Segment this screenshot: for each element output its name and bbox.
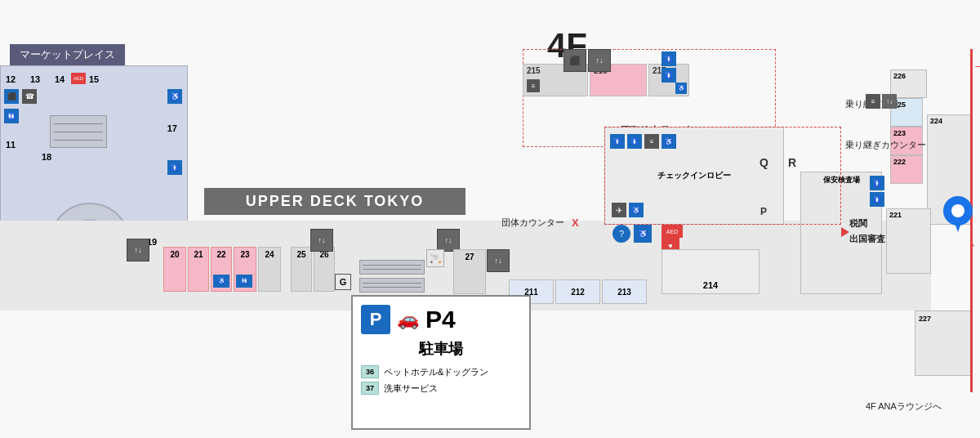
- group-counter-label: 団体カウンター: [501, 217, 564, 229]
- icon-row-marketplace: ⬛ ☎: [4, 89, 37, 104]
- parking-p-icon: P: [361, 305, 390, 334]
- wc-icon-marketplace: 🚻: [4, 109, 19, 123]
- parking-item-36-badge: 36: [361, 365, 379, 378]
- conveyor-1: [359, 260, 425, 275]
- room-215-label: 215: [527, 66, 541, 75]
- elev-27: ↑↓: [437, 229, 460, 252]
- room-221-label: 221: [889, 211, 902, 219]
- gate-15: 15: [89, 74, 99, 84]
- counter-22: 22 ♿: [211, 247, 232, 292]
- marketplace-label: マーケットプレイス: [10, 44, 125, 65]
- escalator-marketplace: [50, 115, 107, 148]
- gate-17: 17: [167, 123, 177, 133]
- room-223-label: 223: [893, 129, 906, 137]
- amenity-row-center: ? ♿: [612, 225, 652, 243]
- checkin-icon: ✈: [612, 203, 626, 217]
- elev-27b: ↑↓: [487, 249, 510, 272]
- arrow-right-1: →: [972, 56, 980, 77]
- gate-14: 14: [55, 74, 65, 84]
- room-226-label: 226: [893, 72, 906, 80]
- room-227-label: 227: [919, 315, 931, 323]
- counter-23: 23 🚻: [234, 247, 256, 292]
- r-marker: R: [788, 156, 796, 169]
- counter-row: 20 21 22 ♿ 23 🚻 24 25 26: [163, 247, 335, 292]
- parking-p4-label: P4: [425, 306, 456, 333]
- svg-point-2: [951, 204, 964, 217]
- parking-item-37-label: 洗車サービス: [384, 382, 438, 395]
- wc-group-right: 🚹 🚺: [870, 176, 884, 207]
- wc-group-upper: 🚹 🚺: [662, 51, 676, 83]
- gate-213: 213: [602, 279, 647, 304]
- gate-212: 212: [555, 279, 600, 304]
- parking-item-36: 36 ペットホテル&ドッグラン: [361, 365, 521, 378]
- escalator-right-1: ≡: [866, 94, 880, 109]
- room-221: 221: [886, 208, 931, 274]
- arrow-immigration: [841, 227, 849, 237]
- smoking-icon: 🚬: [426, 249, 444, 267]
- counter-20: 20: [163, 247, 186, 292]
- g-marker: G: [335, 274, 351, 290]
- icons-right-top: ≡ ↑↓: [866, 94, 897, 109]
- upper-deck-label: UPPER DECK TOKYO: [204, 188, 466, 215]
- wc-checkin-female: 🚺: [627, 134, 642, 149]
- wheelchair-icon-marketplace: ♿: [167, 89, 182, 104]
- counter-21: 21: [188, 247, 209, 292]
- aed-center: AED: [662, 225, 683, 238]
- room-227: 227: [915, 311, 972, 376]
- counter-25: 25: [291, 247, 312, 292]
- info-icon: ?: [612, 225, 630, 243]
- gate-12: 12: [6, 74, 16, 84]
- checkin-icons-bottom: ✈ ♿: [612, 203, 644, 217]
- wheelchair-center: ♿: [634, 225, 652, 243]
- wheelchair-checkin: ♿: [662, 134, 676, 149]
- wc-checkin-male: 🚹: [610, 134, 625, 149]
- wc-group-checkin: 🚹 🚺 ≡ ♿: [610, 134, 676, 149]
- ana-lounge-label: 4F ANAラウンジへ: [866, 400, 942, 413]
- parking-header: P 🚗 P4: [361, 305, 521, 334]
- immigration-label: 出国審査: [849, 233, 885, 245]
- q-marker: Q: [760, 156, 768, 169]
- wc-right-2: 🚺: [870, 192, 884, 207]
- wheelchair-checkin2: ♿: [629, 203, 644, 217]
- location-pin: [943, 196, 973, 235]
- escalator-icon-215: ≡: [527, 79, 540, 92]
- parking-section: P 🚗 P4 駐車場 36 ペットホテル&ドッグラン 37 洗車サービス: [351, 295, 531, 430]
- room-224-label: 224: [930, 117, 942, 125]
- counter-24: 24: [258, 247, 281, 292]
- parking-item-37: 37 洗車サービス: [361, 382, 521, 395]
- wheelchair-22: ♿: [213, 275, 229, 288]
- x-marker: X: [572, 217, 579, 229]
- map-container: 4F 215 ≡ 216 217 ♿ ⬛ ↑↓ 🚹 🚺 12 13 14 15 …: [0, 0, 980, 438]
- wc-icon-upper-male: 🚹: [662, 51, 676, 66]
- svg-marker-1: [954, 221, 962, 232]
- parking-item-36-label: ペットホテル&ドッグラン: [384, 366, 488, 378]
- p-marker: P: [760, 206, 767, 217]
- parking-subtitle: 駐車場: [361, 339, 521, 359]
- elevator-icon-upper2: ↑↓: [588, 49, 611, 72]
- counter-26: 26: [314, 247, 335, 292]
- parking-item-37-badge: 37: [361, 382, 379, 395]
- elev-right-1: ↑↓: [882, 94, 897, 109]
- wc-right-1: 🚹: [870, 176, 884, 190]
- room-222: 222: [890, 155, 923, 184]
- elev-center: ↑↓: [310, 229, 333, 252]
- icon-blue-1: ⬛: [4, 89, 19, 104]
- icon-phone: ☎: [22, 89, 37, 104]
- wc-23: 🚻: [236, 275, 252, 288]
- wc-icon-upper-female: 🚺: [662, 68, 676, 83]
- checkin-lobby-label: チェックインロビー: [657, 170, 731, 181]
- elev-gate19: ↑↓: [127, 239, 149, 261]
- gate-11: 11: [6, 140, 16, 150]
- wc-icon-217: ♿: [675, 83, 687, 94]
- escalator-checkin: ≡: [644, 134, 659, 149]
- gate-18: 18: [42, 152, 51, 162]
- wc-icon-marketplace-2: 🚹: [167, 160, 182, 175]
- gate-214-area: 214: [662, 249, 760, 294]
- checkin-area: 🚹 🚺 ≡ ♿ Q チェックインロビー R P ✈ ♿: [604, 127, 784, 225]
- elevator-icon-upper1: ⬛: [564, 49, 586, 72]
- aed-icon-marketplace: AED: [71, 73, 86, 84]
- gate-214-label: 214: [703, 280, 718, 290]
- customs-label: 税関: [849, 217, 867, 230]
- counter-27: 27: [453, 249, 486, 294]
- conveyor-2: [359, 278, 425, 293]
